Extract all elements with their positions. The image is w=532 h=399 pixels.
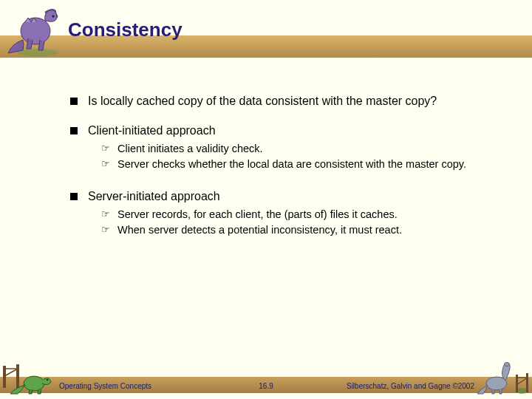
svg-rect-13 — [526, 373, 528, 392]
hand-bullet-icon: ☞ — [101, 208, 112, 222]
slide: Consistency Is locally cached copy of th… — [0, 0, 532, 399]
footer-right-text: Silberschatz, Galvin and Gagne ©2002 — [347, 382, 474, 390]
svg-point-2 — [52, 15, 54, 17]
sub-bullet-item: ☞ Client initiates a validity check. — [101, 142, 484, 156]
bullet-text: Is locally cached copy of the data consi… — [88, 94, 484, 109]
sub-bullet-text: Server checks whether the local data are… — [117, 157, 484, 171]
bullet-item: Server-initiated approach — [70, 189, 484, 204]
sub-bullet-item: ☞ When server detects a potential incons… — [101, 223, 484, 237]
sub-bullet-group: ☞ Client initiates a validity check. ☞ S… — [101, 142, 484, 171]
slide-title: Consistency — [68, 18, 183, 41]
dino-top-left-icon — [4, 3, 64, 58]
svg-point-7 — [24, 376, 44, 391]
hand-bullet-icon: ☞ — [101, 223, 112, 237]
sub-bullet-text: Client initiates a validity check. — [117, 142, 484, 156]
square-bullet-icon — [70, 193, 78, 200]
dino-bottom-left-icon — [1, 361, 55, 395]
bullet-item: Is locally cached copy of the data consi… — [70, 94, 484, 109]
svg-line-6 — [4, 369, 18, 376]
sub-bullet-group: ☞ Server records, for each client, the (… — [101, 208, 484, 237]
bullet-text: Client-initiated approach — [88, 123, 484, 138]
footer: Operating System Concepts 16.9 Silbersch… — [0, 372, 532, 395]
svg-point-8 — [47, 379, 48, 381]
hand-bullet-icon: ☞ — [101, 142, 112, 156]
sub-bullet-item: ☞ Server records, for each client, the (… — [101, 208, 484, 222]
svg-line-15 — [516, 378, 528, 385]
footer-page-number: 16.9 — [259, 382, 273, 390]
svg-point-11 — [505, 363, 510, 366]
sub-bullet-text: When server detects a potential inconsis… — [117, 223, 484, 237]
sub-bullet-text: Server records, for each client, the (pa… — [117, 208, 484, 222]
dino-bottom-right-icon — [476, 360, 531, 395]
hand-bullet-icon: ☞ — [101, 157, 112, 171]
slide-body: Is locally cached copy of the data consi… — [70, 94, 484, 255]
bullet-text: Server-initiated approach — [88, 189, 484, 204]
footer-left-text: Operating System Concepts — [59, 382, 151, 390]
square-bullet-icon — [70, 98, 78, 105]
svg-rect-4 — [16, 364, 19, 388]
square-bullet-icon — [70, 127, 78, 134]
sub-bullet-item: ☞ Server checks whether the local data a… — [101, 157, 484, 171]
bullet-item: Client-initiated approach — [70, 123, 484, 138]
